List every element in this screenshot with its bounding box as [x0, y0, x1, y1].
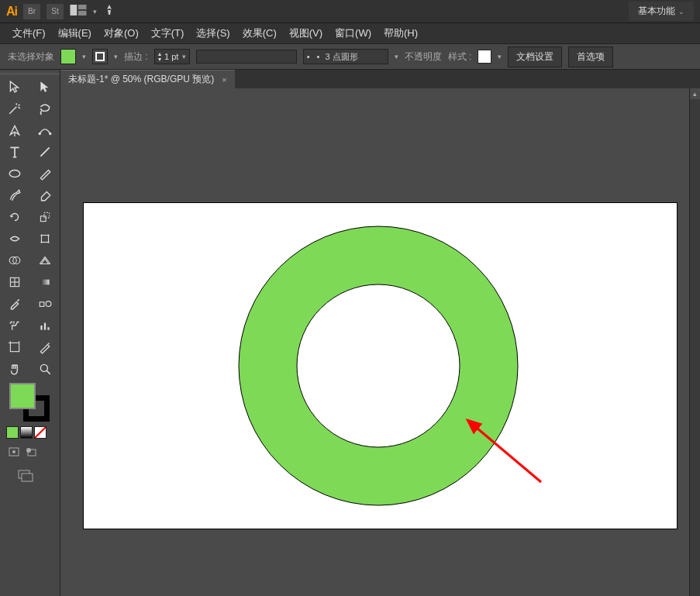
width-tool[interactable]	[0, 228, 30, 250]
column-graph-tool[interactable]	[30, 315, 60, 336]
fill-swatch[interactable]	[60, 49, 76, 64]
color-mode-solid[interactable]	[6, 426, 19, 439]
hand-tool[interactable]	[0, 358, 30, 380]
svg-rect-19	[40, 280, 49, 285]
shaper-tool[interactable]	[0, 184, 30, 206]
ellipse-tool[interactable]	[0, 163, 30, 184]
svg-line-5	[40, 147, 49, 156]
shape-builder-tool[interactable]	[0, 250, 30, 271]
rotate-tool[interactable]	[0, 206, 30, 228]
scroll-up-icon[interactable]: ▴	[690, 88, 700, 99]
artboard-tool[interactable]	[0, 336, 30, 358]
stroke-weight-dropdown-icon[interactable]: ▾	[182, 53, 186, 60]
perspective-grid-tool[interactable]	[30, 250, 60, 271]
gpu-rocket-icon[interactable]	[103, 4, 116, 19]
draw-mode-row	[0, 442, 60, 464]
svg-point-12	[40, 241, 42, 243]
curvature-tool[interactable]	[30, 119, 60, 141]
style-swatch[interactable]	[478, 50, 491, 64]
close-tab-button[interactable]: ×	[222, 75, 226, 84]
workspace-label: 基本功能	[638, 5, 675, 18]
lasso-tool[interactable]	[30, 98, 60, 119]
stroke-dropdown-icon[interactable]: ▾	[114, 53, 118, 60]
document-tab[interactable]: 未标题-1* @ 50% (RGB/GPU 预览) ×	[60, 70, 235, 88]
draw-normal-icon[interactable]	[8, 446, 20, 460]
stock-button[interactable]: St	[47, 4, 64, 19]
gradient-tool[interactable]	[30, 271, 60, 293]
svg-rect-2	[78, 11, 87, 16]
svg-rect-9	[41, 236, 48, 243]
svg-point-33	[12, 450, 16, 453]
svg-rect-25	[11, 343, 19, 351]
eraser-tool[interactable]	[30, 184, 60, 206]
workspace-switcher[interactable]: 基本功能 ⌄	[629, 2, 694, 21]
fill-stroke-indicator[interactable]	[0, 380, 60, 423]
menu-effect[interactable]: 效果(C)	[238, 23, 281, 43]
arrange-dropdown-icon[interactable]: ▾	[93, 8, 97, 16]
document-setup-button[interactable]: 文档设置	[508, 47, 562, 67]
direct-selection-tool[interactable]	[30, 76, 60, 98]
selection-tool[interactable]	[0, 76, 30, 98]
symbol-sprayer-tool[interactable]	[0, 315, 30, 336]
svg-point-4	[49, 133, 51, 135]
current-fill-swatch[interactable]	[9, 383, 36, 409]
draw-behind-icon[interactable]	[25, 446, 37, 460]
svg-rect-1	[78, 5, 87, 9]
menu-select[interactable]: 选择(S)	[191, 23, 234, 43]
svg-rect-8	[44, 212, 50, 218]
magic-wand-tool[interactable]	[0, 98, 30, 119]
menu-view[interactable]: 视图(V)	[284, 23, 327, 43]
menu-window[interactable]: 窗口(W)	[330, 23, 376, 43]
svg-rect-7	[40, 216, 46, 222]
artboard[interactable]	[84, 203, 677, 529]
color-mode-row	[0, 423, 60, 442]
color-mode-none[interactable]	[34, 426, 47, 439]
svg-rect-22	[40, 326, 42, 330]
selection-status: 未选择对象	[8, 50, 54, 64]
artwork-ring[interactable]	[84, 203, 677, 529]
svg-point-21	[46, 301, 51, 307]
document-area: 未标题-1* @ 50% (RGB/GPU 预览) ×	[60, 70, 700, 596]
preferences-button[interactable]: 首选项	[568, 47, 613, 67]
main-area: 未标题-1* @ 50% (RGB/GPU 预览) ×	[0, 70, 700, 596]
eyedropper-tool[interactable]	[0, 293, 30, 315]
vertical-scrollbar[interactable]: ▴	[689, 88, 700, 596]
free-transform-tool[interactable]	[30, 228, 60, 250]
variable-width-profile[interactable]	[196, 50, 297, 64]
scale-tool[interactable]	[30, 206, 60, 228]
stroke-stepper-icon[interactable]: ▴▾	[158, 51, 161, 62]
zoom-tool[interactable]	[30, 358, 60, 380]
fill-dropdown-icon[interactable]: ▾	[82, 53, 86, 60]
type-tool[interactable]	[0, 141, 30, 163]
style-dropdown-icon[interactable]: ▾	[498, 53, 502, 60]
line-segment-tool[interactable]	[30, 141, 60, 163]
opacity-label[interactable]: 不透明度	[405, 50, 442, 64]
brush-definition[interactable]: • • 3 点圆形	[303, 49, 388, 64]
menu-edit[interactable]: 编辑(E)	[53, 23, 96, 43]
menu-type[interactable]: 文字(T)	[147, 23, 189, 43]
svg-point-29	[40, 364, 47, 371]
menu-file[interactable]: 文件(F)	[8, 23, 50, 43]
color-mode-gradient[interactable]	[20, 426, 33, 439]
svg-point-3	[38, 133, 40, 135]
svg-point-11	[47, 234, 49, 236]
blend-tool[interactable]	[30, 293, 60, 315]
stroke-label: 描边 :	[124, 50, 148, 64]
pen-tool[interactable]	[0, 119, 30, 141]
svg-line-30	[47, 370, 50, 374]
arrange-docs-icon[interactable]	[70, 5, 87, 18]
mesh-tool[interactable]	[0, 271, 30, 293]
stroke-weight-input[interactable]: ▴▾ 1 pt ▾	[154, 49, 190, 64]
brush-dots-icon: • •	[307, 52, 322, 61]
paintbrush-tool[interactable]	[30, 163, 60, 184]
screen-mode-button[interactable]	[0, 464, 60, 485]
menu-help[interactable]: 帮助(H)	[379, 23, 422, 43]
svg-rect-24	[47, 327, 49, 329]
slice-tool[interactable]	[30, 336, 60, 358]
tools-panel	[0, 70, 60, 596]
menu-object[interactable]: 对象(O)	[99, 23, 143, 43]
brush-dropdown-icon[interactable]: ▾	[395, 53, 398, 60]
bridge-button[interactable]: Br	[23, 4, 40, 19]
stroke-swatch[interactable]	[92, 49, 108, 64]
canvas-viewport[interactable]	[60, 88, 700, 596]
